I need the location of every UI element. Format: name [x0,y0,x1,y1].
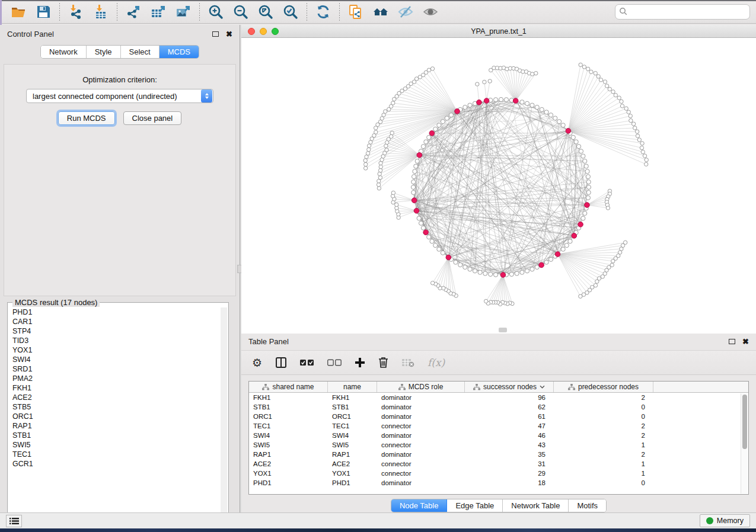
cell-name: STB1 [328,402,377,412]
search-field-wrap [615,4,750,20]
window-left-edge [0,0,2,25]
add-column-icon[interactable] [355,357,365,368]
task-history-button[interactable] [6,515,22,527]
result-item[interactable]: SWI5 [9,440,221,450]
result-item[interactable]: PHD1 [9,307,221,317]
table-scrollbar-thumb[interactable] [742,395,747,449]
cell-shared-name: ACE2 [249,459,328,469]
close-panel-button[interactable]: Close panel [123,111,182,125]
cell-name: FKH1 [328,393,377,402]
cell-successor-nodes: 47 [465,421,554,431]
tab-motifs[interactable]: Motifs [569,499,606,512]
result-item[interactable]: SRD1 [9,364,221,374]
cell-name: ORC1 [328,412,377,421]
table-row[interactable]: RAP1RAP1dominator352 [249,450,748,459]
result-item[interactable]: STP4 [9,326,221,336]
import-network-icon[interactable] [66,2,86,21]
column-header-name[interactable]: name [328,382,377,392]
sort-descending-icon [540,385,545,389]
result-item[interactable]: CAR1 [9,317,221,326]
result-item[interactable]: STB1 [9,431,221,440]
zoom-fit-icon[interactable] [256,2,276,21]
tab-style[interactable]: Style [87,46,121,58]
table-settings-gear-icon[interactable]: ⚙ [252,357,262,368]
table-row[interactable]: PHD1PHD1dominator180 [249,478,748,488]
mcds-result-list[interactable]: PHD1CAR1STP4TID3YOX1SWI4SRD1PMA2FKH1ACE2… [9,307,221,520]
network-graph[interactable] [241,38,755,332]
optimization-criterion-select[interactable]: largest connected component (undirected) [26,89,213,103]
tab-network[interactable]: Network [41,46,87,58]
open-file-icon[interactable] [8,2,28,21]
tab-edge-table[interactable]: Edge Table [447,499,503,512]
export-network-icon[interactable] [123,2,143,21]
float-table-panel-icon[interactable] [729,339,735,344]
run-mcds-button[interactable]: Run MCDS [58,111,115,125]
table-scrollbar[interactable] [741,393,748,493]
import-table-icon[interactable] [91,2,111,21]
close-panel-icon[interactable]: ✖ [226,30,232,38]
search-input[interactable] [615,4,750,20]
network-canvas[interactable] [241,38,756,333]
export-image-icon[interactable] [173,2,193,21]
zoom-in-icon[interactable] [206,2,226,21]
cell-name: SWI5 [328,440,377,450]
result-item[interactable]: SWI4 [9,355,221,364]
refresh-layout-icon[interactable] [313,2,333,21]
result-item[interactable]: TID3 [9,336,221,345]
table-row[interactable]: TEC1TEC1connector472 [249,421,748,431]
cell-successor-nodes: 43 [465,440,554,450]
float-panel-icon[interactable] [212,31,219,37]
network-hscroll-handle[interactable] [499,328,507,332]
clone-network-icon[interactable] [346,2,366,21]
tab-node-table[interactable]: Node Table [391,499,448,512]
table-row[interactable]: SWI4SWI4dominator462 [249,431,748,440]
delete-column-icon[interactable] [378,357,388,368]
table-panel: Table Panel ✖ ⚙ f(x) [241,334,756,512]
show-all-icon[interactable] [420,2,441,21]
memory-button[interactable]: Memory [700,514,750,527]
save-session-icon[interactable] [33,2,53,21]
result-item[interactable]: RAP1 [9,421,221,431]
column-header-predecessor-nodes[interactable]: predecessor nodes [554,382,653,392]
result-item[interactable]: TEC1 [9,450,221,459]
table-row[interactable]: ORC1ORC1dominator610 [249,412,748,421]
cell-predecessor-nodes: 2 [554,431,653,440]
first-neighbors-icon[interactable] [371,2,391,21]
export-table-icon[interactable] [148,2,168,21]
tab-select[interactable]: Select [121,46,160,58]
table-row[interactable]: STB1STB1dominator620 [249,402,748,412]
close-table-panel-icon[interactable]: ✖ [742,338,749,345]
table-row[interactable]: ACE2ACE2connector311 [249,459,748,469]
result-item[interactable]: YOX1 [9,345,221,355]
table-row[interactable]: FKH1FKH1dominator962 [249,393,748,402]
cell-predecessor-nodes: 1 [554,440,653,450]
cell-MCDS-role: dominator [377,393,465,402]
network-titlebar[interactable]: YPA_prune.txt_1 [241,25,756,38]
column-selector-icon[interactable] [275,357,287,368]
result-item[interactable]: ACE2 [9,393,221,402]
zoom-selected-icon[interactable] [280,2,301,21]
result-item[interactable]: STB5 [9,402,221,412]
toolbar-separator [307,3,307,21]
zoom-out-icon[interactable] [231,2,251,21]
column-header-successor-nodes[interactable]: successor nodes [465,382,554,392]
cell-MCDS-role: connector [377,459,465,469]
tab-mcds[interactable]: MCDS [160,46,199,58]
cell-predecessor-nodes: 2 [554,421,653,431]
column-header-shared-name[interactable]: shared name [249,382,328,392]
deselect-all-icon[interactable] [327,359,342,366]
result-item[interactable]: ORC1 [9,412,221,421]
cell-shared-name: FKH1 [249,393,328,402]
result-list-scrollbar[interactable] [221,307,227,520]
column-header-MCDS-role[interactable]: MCDS role [377,382,465,392]
table-row[interactable]: YOX1YOX1connector291 [249,469,748,478]
cell-name: SWI4 [328,431,377,440]
tab-network-table[interactable]: Network Table [503,499,569,512]
result-item[interactable]: GCR1 [9,459,221,469]
toolbar-separator [59,3,60,21]
hide-selected-icon[interactable] [395,2,416,21]
select-all-icon[interactable] [300,359,314,366]
table-row[interactable]: SWI5SWI5connector431 [249,440,748,450]
result-item[interactable]: PMA2 [9,374,221,383]
result-item[interactable]: FKH1 [9,383,221,393]
